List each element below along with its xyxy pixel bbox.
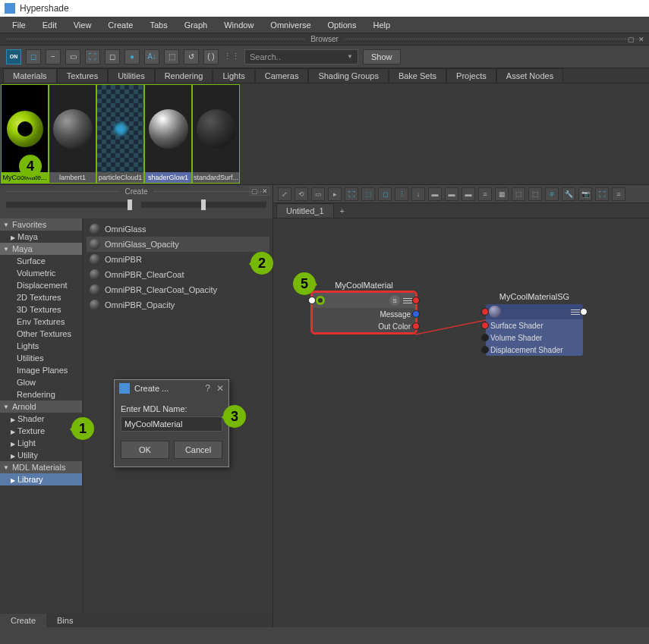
cat-maya-header[interactable]: ▼Maya (0, 243, 82, 255)
browser-close-icon[interactable]: ✕ (637, 35, 646, 44)
gbtn-8[interactable]: ⋮ (395, 187, 408, 201)
port-out-header[interactable] (412, 297, 420, 304)
cat-mdl[interactable]: ▼MDL Materials (0, 461, 82, 473)
thumbnail-lambert1[interactable]: lambert1 (49, 84, 96, 184)
tab-asset-nodes[interactable]: Asset Nodes (496, 68, 563, 83)
cat-image-planes[interactable]: Image Planes (0, 364, 82, 376)
slider-left[interactable] (6, 202, 132, 208)
port-displacement[interactable] (481, 346, 489, 353)
toolbar-btn-8[interactable]: ↺ (184, 49, 199, 64)
cancel-button[interactable]: Cancel (174, 441, 222, 459)
toolbar-btn-9[interactable]: ( ) (203, 49, 219, 64)
tab-cameras[interactable]: Cameras (255, 68, 309, 83)
menu-tabs[interactable]: Tabs (142, 19, 175, 31)
gbtn-14[interactable]: ▦ (495, 187, 509, 201)
gbtn-17[interactable]: # (545, 187, 559, 201)
menu-icon[interactable] (571, 309, 580, 315)
gbtn-9[interactable]: ↓ (411, 187, 425, 201)
toggle-on-button[interactable]: ON (6, 49, 21, 64)
cat-lights[interactable]: Lights (0, 340, 82, 352)
shader-omnipbr[interactable]: OmniPBR (87, 252, 269, 267)
gbtn-20[interactable]: ⛶ (595, 187, 609, 201)
cat-utility[interactable]: ▶Utility (0, 449, 82, 461)
shader-omnipbr-opacity[interactable]: OmniPBR_Opacity (87, 297, 269, 313)
cat-glow[interactable]: Glow (0, 376, 82, 388)
toolbar-btn-5[interactable]: ◻ (105, 49, 120, 64)
cat-displacement[interactable]: Displacement (0, 279, 82, 291)
shader-omnipbr-clearcoat-opacity[interactable]: OmniPBR_ClearCoat_Opacity (87, 282, 269, 297)
cat-3d-textures[interactable]: 3D Textures (0, 303, 82, 316)
slider-right[interactable] (141, 202, 267, 208)
gbtn-19[interactable]: 📷 (578, 187, 592, 201)
gbtn-11[interactable]: ▬ (445, 187, 458, 201)
cat-maya-root[interactable]: ▶Maya (0, 231, 82, 243)
gbtn-12[interactable]: ▬ (462, 187, 475, 201)
cat-surface[interactable]: Surface (0, 255, 82, 267)
gbtn-2[interactable]: ⟲ (295, 187, 308, 201)
cat-env-textures[interactable]: Env Textures (0, 316, 82, 328)
dialog-close-icon[interactable]: ✕ (216, 383, 224, 394)
search-input[interactable]: Search.. ▼ (244, 49, 358, 64)
tab-lights[interactable]: Lights (213, 68, 254, 83)
gbtn-15[interactable]: ⬚ (512, 187, 525, 201)
cat-volumetric[interactable]: Volumetric (0, 267, 82, 279)
toolbar-btn-sort[interactable]: A↓ (144, 49, 159, 64)
gbtn-7[interactable]: ◻ (378, 187, 392, 201)
btab-bins[interactable]: Bins (46, 614, 83, 627)
port-message[interactable] (412, 310, 420, 318)
cat-arnold[interactable]: ▼Arnold (0, 401, 82, 413)
port-volume[interactable] (481, 334, 489, 341)
thumbnail-standardsurface[interactable]: standardSurf... (192, 84, 240, 184)
cat-favorites[interactable]: ▼Favorites (0, 218, 82, 231)
port-sg-in[interactable] (481, 308, 489, 316)
node-mycoolmaterialsg[interactable]: MyCoolMaterialSG Surface Shader Volume S… (486, 304, 583, 356)
toolbar-btn-4[interactable]: ⛶ (85, 49, 100, 64)
gbtn-21[interactable]: ≡ (612, 187, 625, 201)
tab-utilities[interactable]: Utilities (108, 68, 154, 83)
gbtn-10[interactable]: ▬ (428, 187, 442, 201)
panel-restore-icon[interactable]: ▢ (250, 187, 259, 196)
toolbar-btn-1[interactable]: ◻ (26, 49, 41, 64)
dialog-help-icon[interactable]: ? (205, 383, 210, 394)
cat-other-textures[interactable]: Other Textures (0, 328, 82, 340)
node-mycoolmaterial[interactable]: MyCoolMaterial S Message Out Color (313, 293, 415, 332)
thumbnail-shaderglow1[interactable]: shaderGlow1 (144, 84, 192, 184)
shader-omniglass-opacity[interactable]: OmniGlass_Opacity (87, 237, 269, 252)
gbtn-18[interactable]: 🔧 (562, 187, 575, 201)
shader-omnipbr-clearcoat[interactable]: OmniPBR_ClearCoat (87, 267, 269, 282)
tab-bake-sets[interactable]: Bake Sets (389, 68, 446, 83)
gbtn-6[interactable]: ⬚ (361, 187, 375, 201)
cat-shader[interactable]: ▶Shader (0, 413, 82, 425)
graph-tab-add[interactable]: + (334, 204, 351, 218)
gbtn-13[interactable]: ≡ (478, 187, 492, 201)
show-button[interactable]: Show (363, 49, 401, 64)
menu-omniverse[interactable]: Omniverse (263, 19, 318, 31)
tab-textures[interactable]: Textures (57, 68, 109, 83)
toolbar-btn-6[interactable]: ● (124, 49, 140, 64)
cat-light[interactable]: ▶Light (0, 437, 82, 449)
browser-restore-icon[interactable]: ▢ (626, 35, 635, 44)
menu-icon[interactable] (403, 298, 412, 303)
mdl-name-input[interactable] (121, 416, 222, 432)
tab-rendering[interactable]: Rendering (155, 68, 213, 83)
menu-create[interactable]: Create (100, 19, 140, 31)
gbtn-1[interactable]: ⤢ (278, 187, 291, 201)
port-in[interactable] (308, 297, 316, 304)
port-outcolor[interactable] (412, 322, 420, 330)
cat-rendering[interactable]: Rendering (0, 388, 82, 401)
tab-projects[interactable]: Projects (446, 68, 496, 83)
toolbar-btn-3[interactable]: ▭ (65, 49, 80, 64)
toolbar-btn-2[interactable]: − (46, 49, 61, 64)
gbtn-4[interactable]: ▸ (328, 187, 342, 201)
cat-utilities[interactable]: Utilities (0, 352, 82, 364)
menu-help[interactable]: Help (365, 19, 398, 31)
cat-2d-textures[interactable]: 2D Textures (0, 291, 82, 303)
btab-create[interactable]: Create (0, 614, 46, 627)
thumbnail-particlecloud1[interactable]: particleCloud1 (96, 84, 144, 184)
ok-button[interactable]: OK (121, 441, 169, 459)
gbtn-5[interactable]: ⛶ (345, 187, 358, 201)
port-sg-out[interactable] (580, 308, 588, 316)
tab-materials[interactable]: Materials (3, 68, 57, 83)
menu-file[interactable]: File (5, 19, 33, 31)
menu-window[interactable]: Window (216, 19, 261, 31)
